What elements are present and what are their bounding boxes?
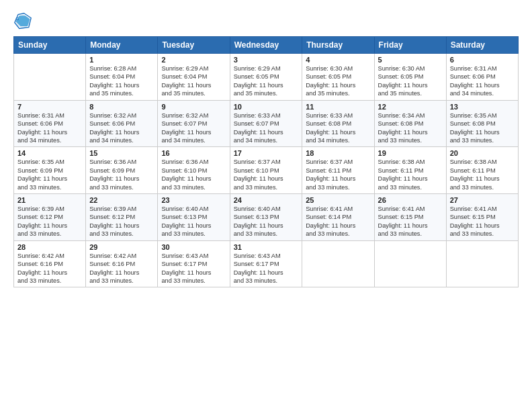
day-number: 9 bbox=[161, 103, 226, 111]
day-number: 14 bbox=[17, 149, 82, 157]
day-number: 26 bbox=[378, 196, 443, 204]
calendar-header-saturday: Saturday bbox=[446, 37, 518, 54]
calendar-cell: 29Sunrise: 6:42 AM Sunset: 6:16 PM Dayli… bbox=[86, 240, 158, 287]
calendar-cell: 7Sunrise: 6:31 AM Sunset: 6:06 PM Daylig… bbox=[14, 100, 86, 147]
day-number: 10 bbox=[234, 103, 299, 111]
day-info: Sunrise: 6:38 AM Sunset: 6:11 PM Dayligh… bbox=[378, 158, 443, 191]
calendar-cell: 28Sunrise: 6:42 AM Sunset: 6:16 PM Dayli… bbox=[14, 240, 86, 287]
day-number: 27 bbox=[450, 196, 515, 204]
day-number: 31 bbox=[234, 243, 299, 251]
calendar-cell: 12Sunrise: 6:34 AM Sunset: 6:08 PM Dayli… bbox=[374, 100, 446, 147]
calendar-cell: 4Sunrise: 6:30 AM Sunset: 6:05 PM Daylig… bbox=[302, 54, 374, 101]
calendar-cell: 21Sunrise: 6:39 AM Sunset: 6:12 PM Dayli… bbox=[14, 194, 86, 241]
calendar-cell: 14Sunrise: 6:35 AM Sunset: 6:09 PM Dayli… bbox=[14, 147, 86, 194]
calendar-cell: 31Sunrise: 6:43 AM Sunset: 6:17 PM Dayli… bbox=[230, 240, 302, 287]
calendar-cell: 15Sunrise: 6:36 AM Sunset: 6:09 PM Dayli… bbox=[86, 147, 158, 194]
day-number: 18 bbox=[306, 149, 370, 157]
day-number: 2 bbox=[161, 56, 226, 64]
calendar-cell bbox=[446, 240, 518, 287]
calendar-cell: 22Sunrise: 6:39 AM Sunset: 6:12 PM Dayli… bbox=[86, 194, 158, 241]
calendar-week-row: 28Sunrise: 6:42 AM Sunset: 6:16 PM Dayli… bbox=[14, 240, 519, 287]
day-info: Sunrise: 6:42 AM Sunset: 6:16 PM Dayligh… bbox=[17, 252, 82, 285]
calendar-cell: 16Sunrise: 6:36 AM Sunset: 6:10 PM Dayli… bbox=[158, 147, 230, 194]
calendar-header-monday: Monday bbox=[86, 37, 158, 54]
calendar-cell: 20Sunrise: 6:38 AM Sunset: 6:11 PM Dayli… bbox=[446, 147, 518, 194]
calendar-cell: 8Sunrise: 6:32 AM Sunset: 6:06 PM Daylig… bbox=[86, 100, 158, 147]
day-info: Sunrise: 6:33 AM Sunset: 6:07 PM Dayligh… bbox=[234, 111, 299, 145]
day-info: Sunrise: 6:40 AM Sunset: 6:13 PM Dayligh… bbox=[161, 205, 226, 238]
day-info: Sunrise: 6:30 AM Sunset: 6:05 PM Dayligh… bbox=[306, 64, 370, 98]
calendar-cell: 26Sunrise: 6:41 AM Sunset: 6:15 PM Dayli… bbox=[374, 194, 446, 241]
day-number: 4 bbox=[306, 56, 370, 64]
calendar-cell bbox=[302, 240, 374, 287]
calendar-cell: 24Sunrise: 6:40 AM Sunset: 6:13 PM Dayli… bbox=[230, 194, 302, 241]
calendar-cell: 5Sunrise: 6:30 AM Sunset: 6:05 PM Daylig… bbox=[374, 54, 446, 101]
day-info: Sunrise: 6:31 AM Sunset: 6:06 PM Dayligh… bbox=[17, 111, 82, 145]
day-number: 22 bbox=[89, 196, 154, 204]
day-number: 7 bbox=[17, 103, 82, 111]
day-number: 24 bbox=[234, 196, 299, 204]
calendar-cell bbox=[374, 240, 446, 287]
calendar-week-row: 1Sunrise: 6:28 AM Sunset: 6:04 PM Daylig… bbox=[14, 54, 519, 101]
day-info: Sunrise: 6:31 AM Sunset: 6:06 PM Dayligh… bbox=[450, 64, 515, 98]
day-info: Sunrise: 6:41 AM Sunset: 6:15 PM Dayligh… bbox=[378, 205, 443, 238]
day-number: 12 bbox=[378, 103, 443, 111]
day-number: 20 bbox=[450, 149, 515, 157]
day-info: Sunrise: 6:35 AM Sunset: 6:09 PM Dayligh… bbox=[17, 158, 82, 191]
calendar-week-row: 14Sunrise: 6:35 AM Sunset: 6:09 PM Dayli… bbox=[14, 147, 519, 194]
calendar-cell: 1Sunrise: 6:28 AM Sunset: 6:04 PM Daylig… bbox=[86, 54, 158, 101]
calendar-cell: 3Sunrise: 6:29 AM Sunset: 6:05 PM Daylig… bbox=[230, 54, 302, 101]
day-info: Sunrise: 6:36 AM Sunset: 6:09 PM Dayligh… bbox=[89, 158, 154, 191]
day-info: Sunrise: 6:39 AM Sunset: 6:12 PM Dayligh… bbox=[17, 205, 82, 238]
day-info: Sunrise: 6:43 AM Sunset: 6:17 PM Dayligh… bbox=[234, 252, 299, 285]
day-number: 3 bbox=[234, 56, 299, 64]
day-info: Sunrise: 6:40 AM Sunset: 6:13 PM Dayligh… bbox=[234, 205, 299, 238]
calendar-header-friday: Friday bbox=[374, 37, 446, 54]
day-info: Sunrise: 6:38 AM Sunset: 6:11 PM Dayligh… bbox=[450, 158, 515, 191]
day-info: Sunrise: 6:37 AM Sunset: 6:10 PM Dayligh… bbox=[234, 158, 299, 191]
day-info: Sunrise: 6:42 AM Sunset: 6:16 PM Dayligh… bbox=[89, 252, 154, 285]
day-number: 15 bbox=[89, 149, 154, 157]
day-number: 28 bbox=[17, 243, 82, 251]
calendar-cell: 6Sunrise: 6:31 AM Sunset: 6:06 PM Daylig… bbox=[446, 54, 518, 101]
page: G SundayMondayTuesdayWednesdayThursdayFr… bbox=[0, 0, 532, 411]
calendar-header-wednesday: Wednesday bbox=[230, 37, 302, 54]
day-number: 8 bbox=[89, 103, 154, 111]
calendar-cell: 2Sunrise: 6:29 AM Sunset: 6:04 PM Daylig… bbox=[158, 54, 230, 101]
day-info: Sunrise: 6:37 AM Sunset: 6:11 PM Dayligh… bbox=[306, 158, 370, 191]
day-info: Sunrise: 6:34 AM Sunset: 6:08 PM Dayligh… bbox=[378, 111, 443, 145]
day-number: 29 bbox=[89, 243, 154, 251]
day-number: 6 bbox=[450, 56, 515, 64]
day-info: Sunrise: 6:29 AM Sunset: 6:05 PM Dayligh… bbox=[234, 64, 299, 98]
calendar-cell: 17Sunrise: 6:37 AM Sunset: 6:10 PM Dayli… bbox=[230, 147, 302, 194]
calendar-cell: 13Sunrise: 6:35 AM Sunset: 6:08 PM Dayli… bbox=[446, 100, 518, 147]
day-number: 13 bbox=[450, 103, 515, 111]
calendar-header-tuesday: Tuesday bbox=[158, 37, 230, 54]
day-info: Sunrise: 6:43 AM Sunset: 6:17 PM Dayligh… bbox=[161, 252, 226, 285]
calendar-header-row: SundayMondayTuesdayWednesdayThursdayFrid… bbox=[14, 37, 519, 54]
day-info: Sunrise: 6:32 AM Sunset: 6:06 PM Dayligh… bbox=[89, 111, 154, 145]
day-info: Sunrise: 6:29 AM Sunset: 6:04 PM Dayligh… bbox=[161, 64, 226, 98]
day-info: Sunrise: 6:30 AM Sunset: 6:05 PM Dayligh… bbox=[378, 64, 443, 98]
calendar-table: SundayMondayTuesdayWednesdayThursdayFrid… bbox=[13, 36, 519, 287]
day-number: 23 bbox=[161, 196, 226, 204]
calendar-cell: 19Sunrise: 6:38 AM Sunset: 6:11 PM Dayli… bbox=[374, 147, 446, 194]
calendar-header-sunday: Sunday bbox=[14, 37, 86, 54]
day-number: 21 bbox=[17, 196, 82, 204]
calendar-cell: 25Sunrise: 6:41 AM Sunset: 6:14 PM Dayli… bbox=[302, 194, 374, 241]
calendar-cell: 23Sunrise: 6:40 AM Sunset: 6:13 PM Dayli… bbox=[158, 194, 230, 241]
day-info: Sunrise: 6:36 AM Sunset: 6:10 PM Dayligh… bbox=[161, 158, 226, 191]
day-info: Sunrise: 6:41 AM Sunset: 6:15 PM Dayligh… bbox=[450, 205, 515, 238]
calendar-week-row: 7Sunrise: 6:31 AM Sunset: 6:06 PM Daylig… bbox=[14, 100, 519, 147]
day-number: 16 bbox=[161, 149, 226, 157]
calendar-cell bbox=[14, 54, 86, 101]
calendar-week-row: 21Sunrise: 6:39 AM Sunset: 6:12 PM Dayli… bbox=[14, 194, 519, 241]
day-number: 30 bbox=[161, 243, 226, 251]
day-number: 1 bbox=[89, 56, 154, 64]
day-info: Sunrise: 6:41 AM Sunset: 6:14 PM Dayligh… bbox=[306, 205, 370, 238]
day-number: 19 bbox=[378, 149, 443, 157]
day-info: Sunrise: 6:35 AM Sunset: 6:08 PM Dayligh… bbox=[450, 111, 515, 145]
calendar-cell: 18Sunrise: 6:37 AM Sunset: 6:11 PM Dayli… bbox=[302, 147, 374, 194]
svg-text:G: G bbox=[16, 16, 19, 21]
day-info: Sunrise: 6:33 AM Sunset: 6:08 PM Dayligh… bbox=[306, 111, 370, 145]
